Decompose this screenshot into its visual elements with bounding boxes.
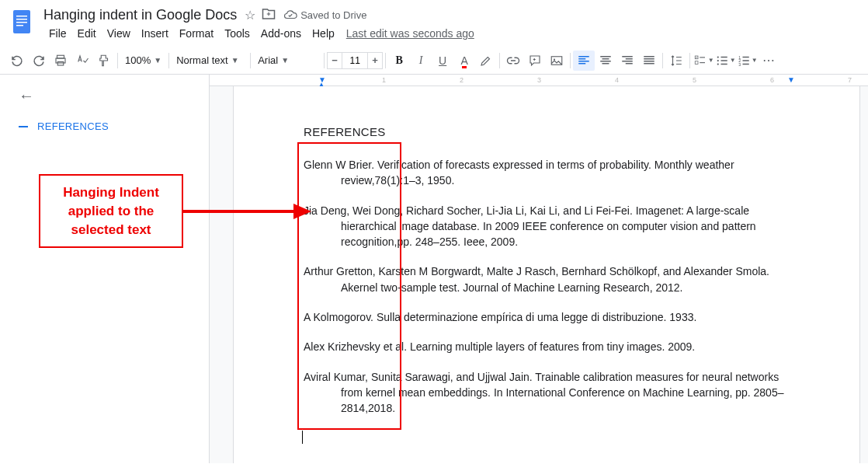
- outline-heading-label: REFERENCES: [37, 120, 109, 132]
- document-area: ▼ ▲ 1 2 3 4 5 6 ▼ 7 REFERENCES Glenn W B…: [210, 75, 868, 463]
- chevron-down-icon: ▼: [154, 56, 161, 65]
- numbered-list-button[interactable]: 123▼: [736, 51, 758, 71]
- svg-point-13: [717, 59, 718, 61]
- reference-entry[interactable]: Alex Krizhevsky et al. Learning multiple…: [304, 339, 790, 354]
- fontsize-stepper: − +: [327, 52, 383, 69]
- reference-entry[interactable]: Aviral Kumar, Sunita Sarawagi, and Ujjwa…: [304, 369, 790, 417]
- separator: [168, 53, 169, 68]
- saved-text: Saved to Drive: [300, 9, 366, 21]
- svg-point-12: [717, 56, 718, 58]
- saved-status[interactable]: Saved to Drive: [283, 8, 366, 22]
- outline-heading-references[interactable]: REFERENCES: [19, 120, 190, 132]
- annotation-callout: Hanging Indent applied to the selected t…: [39, 174, 183, 248]
- svg-text:3: 3: [738, 61, 741, 66]
- fontsize-increase[interactable]: +: [367, 52, 383, 69]
- menu-insert[interactable]: Insert: [136, 24, 174, 43]
- last-edit-link[interactable]: Last edit was seconds ago: [346, 27, 474, 40]
- separator: [117, 53, 118, 68]
- separator: [385, 53, 386, 68]
- ruler-tick-label: 6: [770, 76, 774, 84]
- ruler-tick-label: 2: [460, 76, 464, 84]
- docs-logo[interactable]: [6, 6, 37, 37]
- text-color-button[interactable]: A: [453, 51, 475, 71]
- align-left-button[interactable]: [573, 51, 595, 71]
- callout-line: selected text: [47, 221, 175, 239]
- paint-format-button[interactable]: [93, 51, 115, 71]
- ruler-tick-label: 3: [537, 76, 541, 84]
- insert-link-button[interactable]: [502, 51, 524, 71]
- callout-line: Hanging Indent: [47, 183, 175, 202]
- bold-button[interactable]: B: [388, 51, 410, 71]
- workspace: ← REFERENCES Hanging Indent applied to t…: [0, 75, 868, 463]
- outline-marker: [19, 126, 28, 127]
- align-justify-button[interactable]: [638, 51, 660, 71]
- insert-image-button[interactable]: [546, 51, 568, 71]
- google-docs-icon: [8, 8, 36, 36]
- zoom-select[interactable]: 100%▼: [120, 51, 166, 70]
- reference-entry[interactable]: A Kolmogorov. Sulla determinazione empír…: [304, 309, 790, 325]
- print-button[interactable]: [50, 51, 71, 71]
- outline-pane: ← REFERENCES Hanging Indent applied to t…: [0, 75, 210, 463]
- outline-back-button[interactable]: ←: [19, 87, 34, 105]
- star-icon[interactable]: ☆: [245, 8, 255, 23]
- separator: [662, 53, 663, 68]
- font-select[interactable]: Arial▼: [253, 51, 321, 70]
- separator: [324, 53, 325, 68]
- svg-rect-11: [695, 61, 698, 64]
- align-center-button[interactable]: [595, 51, 616, 71]
- spellcheck-button[interactable]: [71, 51, 93, 71]
- reference-entry[interactable]: Jia Deng, Wei Dong, Richard Socher, Li-J…: [304, 203, 790, 250]
- align-right-button[interactable]: [616, 51, 638, 71]
- line-spacing-button[interactable]: [665, 51, 687, 71]
- chevron-down-icon: ▼: [231, 56, 239, 65]
- menubar: File Edit View Insert Format Tools Add-o…: [43, 25, 862, 42]
- svg-rect-4: [16, 25, 23, 26]
- separator: [499, 53, 500, 68]
- document-title[interactable]: Hanging indent in Google Docs: [43, 7, 237, 23]
- ruler-tick-label: 7: [848, 76, 852, 84]
- highlight-button[interactable]: [475, 51, 497, 71]
- ruler-tick-label: 1: [382, 76, 386, 84]
- bulleted-list-button[interactable]: ▼: [714, 51, 736, 71]
- toolbar: 100%▼ Normal text▼ Arial▼ − + B I U A ▼ …: [0, 47, 868, 75]
- separator: [250, 53, 251, 68]
- fontsize-decrease[interactable]: −: [327, 52, 342, 69]
- separator: [689, 53, 690, 68]
- document-page[interactable]: REFERENCES Glenn W Brier. Verification o…: [233, 86, 860, 463]
- undo-button[interactable]: [6, 51, 28, 71]
- menu-help[interactable]: Help: [307, 24, 340, 43]
- ruler-tick-label: 5: [693, 76, 696, 84]
- menu-view[interactable]: View: [102, 24, 136, 43]
- underline-button[interactable]: U: [432, 51, 453, 71]
- header: Hanging indent in Google Docs ☆ Saved to…: [0, 0, 868, 42]
- ruler-tick-label: 4: [615, 76, 619, 84]
- italic-button[interactable]: I: [410, 51, 432, 71]
- reference-entry[interactable]: Glenn W Brier. Verification of forecasts…: [304, 157, 790, 189]
- svg-rect-7: [57, 61, 64, 65]
- menu-edit[interactable]: Edit: [72, 24, 102, 43]
- horizontal-ruler[interactable]: ▼ ▲ 1 2 3 4 5 6 ▼ 7: [210, 75, 868, 86]
- right-indent-marker[interactable]: ▼: [787, 75, 795, 84]
- fontsize-input[interactable]: [342, 52, 367, 69]
- menu-file[interactable]: File: [43, 24, 72, 43]
- text-cursor: [302, 431, 303, 444]
- checklist-button[interactable]: ▼: [693, 51, 714, 71]
- redo-button[interactable]: [28, 51, 50, 71]
- separator: [570, 53, 571, 68]
- cloud-icon: [283, 8, 297, 22]
- callout-line: applied to the: [47, 202, 175, 221]
- menu-format[interactable]: Format: [174, 24, 219, 43]
- svg-rect-1: [16, 16, 27, 17]
- style-select[interactable]: Normal text▼: [172, 51, 248, 70]
- move-icon[interactable]: [262, 7, 276, 23]
- svg-rect-2: [16, 19, 27, 20]
- svg-point-14: [717, 63, 718, 65]
- svg-rect-3: [16, 22, 27, 23]
- reference-entry[interactable]: Arthur Gretton, Karsten M Borgwardt, Mal…: [304, 263, 790, 295]
- chevron-down-icon: ▼: [281, 56, 289, 65]
- heading-references[interactable]: REFERENCES: [304, 125, 790, 138]
- more-button[interactable]: ⋯: [758, 51, 779, 71]
- menu-addons[interactable]: Add-ons: [255, 24, 307, 43]
- comment-button[interactable]: [524, 51, 546, 71]
- menu-tools[interactable]: Tools: [219, 24, 255, 43]
